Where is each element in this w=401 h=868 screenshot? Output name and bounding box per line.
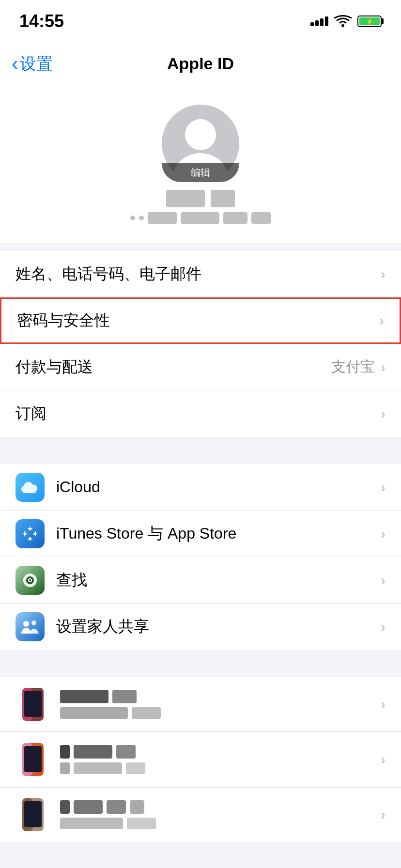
avatar-container[interactable]: 编辑 — [162, 105, 239, 182]
chevron-right-icon: › — [381, 479, 386, 496]
profile-section: 编辑 — [0, 85, 401, 243]
battery-icon: ⚡ — [357, 16, 382, 27]
nav-bar: ‹ 设置 Apple ID — [0, 43, 401, 85]
chevron-right-icon: › — [381, 751, 386, 768]
icloud-svg — [20, 480, 40, 495]
svg-point-0 — [341, 24, 344, 27]
device-row-2[interactable]: › — [0, 732, 401, 787]
svg-point-4 — [29, 579, 31, 581]
bottom-padding — [0, 842, 401, 868]
chevron-right-icon: › — [381, 359, 386, 375]
services-section: iCloud › iTunes Store 与 App Store › — [0, 464, 401, 650]
blurred-first-name — [166, 190, 205, 207]
avatar-head — [185, 119, 216, 150]
subscriptions-row[interactable]: 订阅 › — [0, 390, 401, 437]
findmy-icon — [15, 566, 45, 595]
icloud-row[interactable]: iCloud › — [0, 464, 401, 511]
account-section: 姓名、电话号码、电子邮件 › 密码与安全性 › 付款与配送 支付宝 › 订阅 › — [0, 251, 401, 437]
status-bar: 14:55 ⚡ — [0, 0, 401, 43]
svg-point-5 — [23, 621, 29, 627]
devices-section: › › — [0, 677, 401, 842]
phone-icon-1 — [19, 688, 46, 721]
profile-email-blurred — [130, 212, 271, 224]
findmy-label: 查找 — [56, 570, 87, 591]
svg-rect-9 — [24, 691, 42, 717]
appstore-icon — [15, 519, 45, 548]
appstore-svg — [20, 524, 40, 543]
device-row-3[interactable]: › — [0, 787, 401, 842]
section-gap-2 — [0, 650, 401, 669]
phone-icon-3 — [19, 798, 46, 831]
device-icon-3 — [15, 797, 50, 832]
name-phone-email-label: 姓名、电话号码、电子邮件 — [15, 264, 201, 285]
wifi-icon — [334, 15, 352, 28]
svg-rect-15 — [24, 801, 42, 827]
chevron-right-icon: › — [381, 266, 386, 282]
payment-shipping-label: 付款与配送 — [15, 356, 93, 378]
device-info-2 — [60, 745, 381, 774]
chevron-right-icon: › — [379, 312, 384, 329]
device-icon-2 — [15, 742, 50, 777]
findmy-svg — [20, 571, 40, 590]
device-row-1[interactable]: › — [0, 677, 401, 732]
section-gap-1 — [0, 437, 401, 456]
phone-icon-2 — [19, 743, 46, 776]
avatar-edit-label[interactable]: 编辑 — [162, 163, 239, 182]
svg-point-6 — [31, 620, 36, 625]
status-icons: ⚡ — [310, 15, 382, 28]
icloud-icon — [15, 473, 45, 502]
status-time: 14:55 — [19, 11, 64, 31]
page-title: Apple ID — [167, 54, 234, 73]
chevron-right-icon: › — [381, 526, 386, 542]
chevron-right-icon: › — [381, 619, 386, 635]
family-icon — [15, 612, 45, 641]
chevron-right-icon: › — [381, 572, 386, 589]
device-info-1 — [60, 690, 381, 719]
blurred-last-name — [211, 190, 235, 207]
subscriptions-label: 订阅 — [15, 403, 46, 424]
back-button[interactable]: ‹ 设置 — [12, 53, 53, 75]
chevron-right-icon: › — [381, 806, 386, 823]
device-icon-1 — [15, 687, 50, 722]
svg-rect-12 — [24, 746, 42, 772]
profile-name-blurred — [166, 190, 235, 207]
family-sharing-label: 设置家人共享 — [56, 616, 149, 637]
icloud-label: iCloud — [56, 478, 100, 496]
password-security-row[interactable]: 密码与安全性 › — [0, 297, 401, 344]
back-chevron-icon: ‹ — [12, 54, 18, 73]
findmy-row[interactable]: 查找 › — [0, 557, 401, 604]
family-svg — [19, 617, 41, 636]
device-info-3 — [60, 800, 381, 829]
itunes-appstore-label: iTunes Store 与 App Store — [56, 523, 236, 544]
payment-shipping-row[interactable]: 付款与配送 支付宝 › — [0, 344, 401, 390]
family-sharing-row[interactable]: 设置家人共享 › — [0, 604, 401, 650]
payment-value: 支付宝 — [331, 357, 375, 377]
password-security-label: 密码与安全性 — [17, 310, 110, 331]
signal-bars-icon — [310, 16, 328, 26]
back-label: 设置 — [20, 53, 53, 75]
name-phone-email-row[interactable]: 姓名、电话号码、电子邮件 › — [0, 251, 401, 297]
itunes-appstore-row[interactable]: iTunes Store 与 App Store › — [0, 511, 401, 557]
chevron-right-icon: › — [381, 405, 386, 422]
chevron-right-icon: › — [381, 696, 386, 713]
